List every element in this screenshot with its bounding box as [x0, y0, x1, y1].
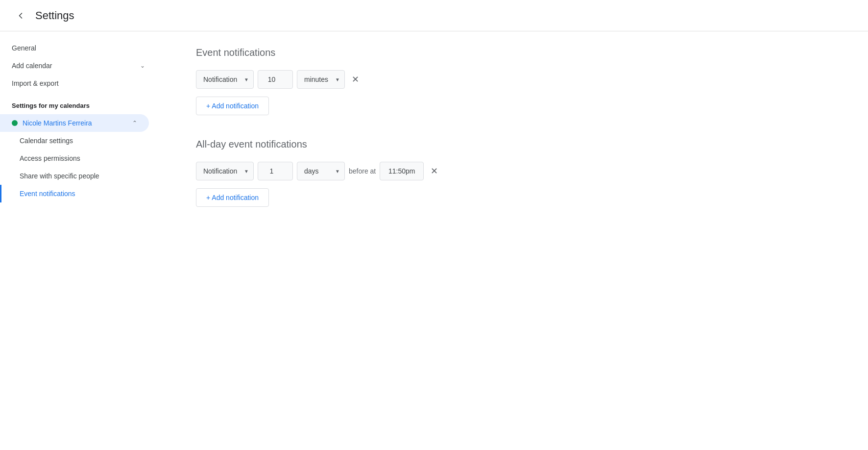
sidebar-item-calendar-nicole[interactable]: Nicole Martins Ferreira ⌃ — [0, 114, 149, 132]
chevron-up-icon: ⌃ — [132, 120, 137, 126]
event-notification-row: Notification Email ▼ minutes hours days … — [196, 70, 829, 89]
allday-notification-value-input[interactable] — [258, 162, 293, 180]
back-button[interactable] — [12, 7, 29, 25]
before-at-label: before at — [349, 167, 376, 175]
remove-allday-notification-button[interactable]: ✕ — [428, 163, 441, 179]
allday-notification-type-select[interactable]: Notification Email — [196, 162, 254, 180]
notification-type-wrapper: Notification Email ▼ — [196, 70, 254, 89]
notification-unit-wrapper: minutes hours days weeks ▼ — [297, 70, 345, 89]
allday-notifications-section: All-day event notifications Notification… — [196, 139, 829, 207]
header: Settings — [0, 0, 868, 31]
main-layout: General Add calendar ⌄ Import & export S… — [0, 31, 868, 450]
calendar-label-row: Nicole Martins Ferreira — [12, 119, 92, 127]
sidebar-item-event-notifications[interactable]: Event notifications — [0, 185, 157, 202]
sidebar-item-calendar-settings[interactable]: Calendar settings — [0, 132, 157, 150]
page-title: Settings — [35, 9, 74, 22]
allday-time-display: 11:50pm — [380, 162, 424, 180]
sidebar-section-my-calendars: Settings for my calendars — [0, 92, 157, 114]
allday-notification-unit-wrapper: days hours minutes ▼ — [297, 162, 345, 180]
sidebar-item-share[interactable]: Share with specific people — [0, 167, 157, 185]
main-content: Event notifications Notification Email ▼… — [157, 31, 868, 450]
add-event-notification-button[interactable]: + Add notification — [196, 97, 269, 115]
allday-notification-row: Notification Email ▼ days hours minutes … — [196, 162, 829, 180]
allday-notifications-title: All-day event notifications — [196, 139, 829, 150]
notification-value-input[interactable] — [258, 70, 293, 89]
event-notifications-title: Event notifications — [196, 47, 829, 58]
event-notifications-section: Event notifications Notification Email ▼… — [196, 47, 829, 115]
sidebar-item-add-calendar[interactable]: Add calendar ⌄ — [0, 57, 157, 75]
sidebar-item-import-export[interactable]: Import & export — [0, 75, 157, 92]
sidebar: General Add calendar ⌄ Import & export S… — [0, 31, 157, 450]
allday-notification-type-wrapper: Notification Email ▼ — [196, 162, 254, 180]
notification-type-select[interactable]: Notification Email — [196, 70, 254, 89]
sidebar-item-general[interactable]: General — [0, 39, 157, 57]
add-allday-notification-button[interactable]: + Add notification — [196, 188, 269, 207]
sidebar-item-access-permissions[interactable]: Access permissions — [0, 150, 157, 167]
allday-notification-unit-select[interactable]: days hours minutes — [297, 162, 345, 180]
chevron-down-icon: ⌄ — [140, 62, 145, 69]
notification-unit-select[interactable]: minutes hours days weeks — [297, 70, 345, 89]
remove-notification-button[interactable]: ✕ — [349, 71, 362, 88]
calendar-color-dot — [12, 120, 18, 126]
